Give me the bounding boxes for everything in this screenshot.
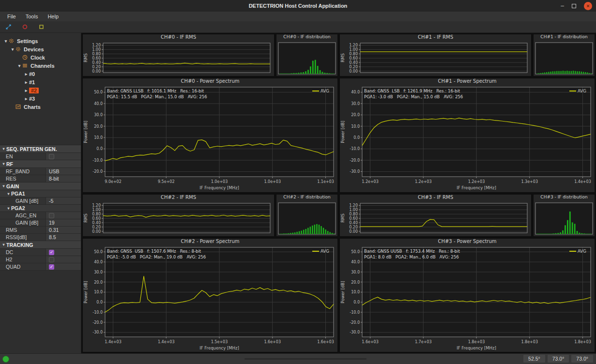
svg-text:Band: GNSS LLSB f: 1016.1 MH: Band: GNSS LLSB f: 1016.1 MHz Res.: 16-b…: [107, 89, 204, 93]
tree-item-label: Channels: [31, 63, 55, 69]
property-section-pga2[interactable]: ▾PGA2: [0, 205, 81, 212]
svg-text:AVG: AVG: [321, 249, 329, 254]
svg-text:10.0: 10.0: [351, 124, 360, 129]
ch2-if-distribution-plot[interactable]: [276, 201, 337, 236]
chevron-right-icon[interactable]: ▸: [23, 72, 29, 76]
chart-title: CH#0 - Power Spectrum: [83, 78, 337, 85]
svg-text:0.80: 0.80: [349, 52, 358, 56]
property-section-rf[interactable]: ▾RF: [0, 160, 81, 168]
chevron-down-icon[interactable]: ▾: [6, 192, 11, 196]
title-bar[interactable]: DETECTRION Host Control Application – ×: [0, 0, 596, 12]
property-value[interactable]: ✓: [46, 263, 81, 270]
svg-text:30.0: 30.0: [351, 102, 360, 106]
ch1-if-rms-chart: CH#1 - IF RMS 1.201.000.800.600.400.200.…: [339, 34, 532, 76]
connect-icon[interactable]: [5, 24, 12, 30]
chevron-right-icon[interactable]: ▸: [23, 88, 29, 93]
property-label: H2: [0, 256, 46, 263]
property-section-gain[interactable]: ▾GAIN: [0, 182, 81, 190]
property-section-tracking[interactable]: ▾TRACKING: [0, 241, 81, 249]
property-value[interactable]: -5: [46, 197, 81, 204]
property-value[interactable]: [46, 256, 81, 263]
ch2-power-spectrum-plot[interactable]: 1.4e+031.4e+031.5e+031.6e+031.6e+0350.04…: [83, 245, 337, 352]
menu-file[interactable]: File: [3, 13, 20, 20]
chevron-down-icon[interactable]: ▾: [1, 184, 6, 188]
ch0-if-distribution-plot[interactable]: [276, 41, 337, 76]
gear-icon: [15, 46, 22, 52]
checkbox-unchecked[interactable]: [49, 213, 54, 218]
close-button[interactable]: ×: [584, 2, 592, 10]
maximize-button[interactable]: [572, 4, 576, 8]
ch0-if-rms-plot[interactable]: 1.201.000.800.600.400.200.00RMS: [83, 41, 274, 76]
tree-item-channels[interactable]: ▾Channels: [0, 61, 81, 70]
menu-tools[interactable]: Tools: [21, 13, 43, 20]
property-section-pga1[interactable]: ▾PGA1: [0, 190, 81, 197]
chevron-down-icon[interactable]: ▾: [6, 206, 11, 211]
tree-item-2[interactable]: ▸#2: [0, 86, 81, 94]
property-row-quad: QUAD✓: [0, 263, 81, 271]
menu-help[interactable]: Help: [43, 13, 63, 20]
tree-item-clock[interactable]: Clock: [0, 53, 81, 61]
property-value[interactable]: 19: [46, 219, 81, 226]
checkbox-unchecked[interactable]: [49, 154, 54, 159]
svg-text:Power [dB]: Power [dB]: [83, 281, 88, 303]
tree-item-label: Settings: [17, 38, 38, 44]
application-window: DETECTRION Host Control Application – × …: [0, 0, 596, 364]
chevron-right-icon[interactable]: ▸: [23, 96, 29, 101]
chevron-down-icon[interactable]: ▾: [1, 147, 6, 151]
svg-text:20.0: 20.0: [351, 113, 360, 117]
property-section-seq-pattern-gen[interactable]: ▾SEQ. PATTERN GEN.: [0, 145, 81, 153]
property-label: RMS: [0, 227, 46, 233]
property-value[interactable]: USB: [46, 168, 81, 175]
property-value[interactable]: [46, 212, 81, 219]
ch2-if-distribution-chart: CH#2 - IF distribution: [276, 194, 338, 237]
horizontal-scrollbar[interactable]: [245, 358, 367, 360]
channel-3-panel: CH#3 - IF RMS 1.201.000.800.600.400.200.…: [339, 194, 595, 353]
property-value[interactable]: 0.31: [46, 227, 81, 233]
svg-text:1.00: 1.00: [92, 47, 101, 52]
ch2-if-rms-plot[interactable]: 1.201.000.800.600.400.200.00RMS: [83, 201, 274, 236]
ch3-if-rms-chart: CH#3 - IF RMS 1.201.000.800.600.400.200.…: [339, 194, 532, 237]
checkbox-checked[interactable]: ✓: [49, 264, 54, 270]
chevron-down-icon[interactable]: ▾: [1, 243, 6, 247]
property-label: DC: [0, 249, 46, 256]
checkbox-unchecked[interactable]: [49, 257, 54, 262]
ch1-if-distribution-plot[interactable]: [534, 41, 595, 76]
svg-text:1.6e+03: 1.6e+03: [264, 340, 281, 344]
svg-text:0.40: 0.40: [92, 220, 101, 225]
property-value[interactable]: ✓: [46, 249, 81, 256]
ch1-if-rms-plot[interactable]: 1.201.000.800.600.400.200.00RMS: [340, 41, 531, 76]
chevron-down-icon[interactable]: ▾: [16, 63, 22, 68]
chart-icon: [15, 104, 22, 109]
stop-icon[interactable]: [38, 24, 45, 30]
property-value[interactable]: 8.5: [46, 234, 81, 241]
ch0-power-spectrum-plot[interactable]: 9.0e+029.5e+021.0e+031.0e+031.1e+0350.04…: [83, 85, 337, 192]
chevron-down-icon[interactable]: ▾: [10, 47, 15, 52]
checkbox-checked[interactable]: ✓: [49, 250, 54, 255]
svg-text:1.00: 1.00: [92, 208, 101, 212]
tree-item-0[interactable]: ▸#0: [0, 70, 81, 78]
ch1-power-spectrum-plot[interactable]: 1.2e+031.2e+031.2e+031.3e+031.4e+0340.03…: [340, 85, 595, 192]
svg-text:40.0: 40.0: [94, 259, 103, 264]
svg-text:1.20: 1.20: [92, 203, 101, 208]
tree-item-devices[interactable]: ▾Devices: [0, 45, 81, 53]
svg-text:RMS: RMS: [83, 53, 88, 62]
property-value[interactable]: [46, 153, 81, 160]
svg-text:0.40: 0.40: [92, 61, 101, 65]
tree-item-charts[interactable]: Charts: [0, 103, 81, 111]
chevron-right-icon[interactable]: ▸: [23, 80, 29, 85]
property-row-en: EN: [0, 153, 81, 160]
chevron-down-icon[interactable]: ▾: [1, 162, 6, 166]
property-label: GAIN [dB]: [0, 197, 46, 204]
section-label: PGA2: [11, 205, 25, 211]
ch3-if-rms-plot[interactable]: 1.201.000.800.600.400.200.00RMS: [340, 201, 531, 236]
chevron-down-icon[interactable]: ▾: [3, 39, 9, 44]
minimize-button[interactable]: –: [561, 3, 564, 8]
svg-text:1.00: 1.00: [349, 47, 358, 52]
tree-item-1[interactable]: ▸#1: [0, 78, 81, 86]
ch3-if-distribution-plot[interactable]: [534, 201, 595, 236]
ch3-power-spectrum-plot[interactable]: 1.6e+031.7e+031.8e+031.8e+031.8e+0350.04…: [340, 245, 595, 352]
tree-item-settings[interactable]: ▾Settings: [0, 37, 81, 45]
record-icon[interactable]: [21, 24, 28, 30]
property-value[interactable]: 8-bit: [46, 175, 81, 182]
tree-item-3[interactable]: ▸#3: [0, 94, 81, 103]
